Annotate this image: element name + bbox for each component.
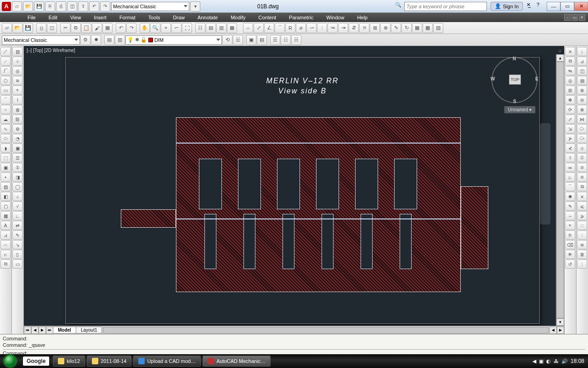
design-center-icon[interactable]: ▤ [206,23,216,33]
m2-2-icon[interactable]: ⊿ [577,57,587,66]
m2-17-icon[interactable]: ⩽ [577,201,587,211]
dim-jogged-icon[interactable]: ⤻ [306,23,317,33]
zoom-window-icon[interactable]: ⌖ [161,23,171,33]
qat-save-icon[interactable]: 💾 [34,1,44,12]
m2-18-icon[interactable]: ⩾ [577,211,587,220]
mirror-icon[interactable]: ⇋ [565,66,575,75]
dim-update-icon[interactable]: ↻ [401,23,412,33]
gradient-icon[interactable]: ◧ [0,192,11,201]
tab-model[interactable]: Model [53,327,76,334]
stretch-icon[interactable]: ⇲ [565,124,575,133]
m2-19-icon[interactable]: ∷ [577,221,587,230]
mech-surf-icon[interactable]: √ [12,201,23,211]
menu-parametric[interactable]: Parametric [283,14,320,21]
mech-detail-icon[interactable]: ◯ [12,182,23,191]
zoom-realtime-icon[interactable]: 🔍 [150,23,160,33]
poweredit-icon[interactable]: ✎ [565,201,575,211]
help-icon[interactable]: ? [537,2,547,11]
start-button[interactable] [0,354,20,368]
addtool3-icon[interactable]: ⎌ [0,250,11,259]
layer-previous-icon[interactable]: ⟲ [222,35,232,45]
view-cube-face[interactable]: TOP [509,75,521,85]
powercopy-icon[interactable]: ⎘ [565,230,575,240]
redo-icon[interactable]: ↷ [126,23,136,33]
dim-arc-icon[interactable]: ⌒ [275,23,285,33]
tab-next-icon[interactable]: ▶ [39,327,46,334]
m2-1-icon[interactable]: ⟊ [577,47,587,56]
m2-7-icon[interactable]: ⊗ [577,105,587,114]
region-icon[interactable]: ▢ [0,201,11,211]
powerview-icon[interactable]: 👁 [565,250,575,259]
viewcube-east[interactable]: E [535,76,538,81]
mech-section-icon[interactable]: ◨ [12,172,23,182]
menu-edit[interactable]: Edit [42,14,64,21]
addtool4-icon[interactable]: ⧉ [0,259,11,269]
tray-app2-icon[interactable]: ◐ [546,358,551,364]
m2-11-icon[interactable]: ⦶ [577,144,587,153]
qat-undo-icon[interactable]: ↶ [89,1,99,12]
paste-icon[interactable]: 📋 [81,23,91,33]
model-space[interactable]: MERLIN V–12 RR View side B [24,54,556,326]
mech-centerline-icon[interactable]: ⊹ [12,57,23,66]
mech-leader-icon[interactable]: ↘ [12,240,23,249]
dim-linear-icon[interactable]: ↔ [243,23,253,33]
m2-10-icon[interactable]: ⧃ [577,134,587,143]
m2-3-icon[interactable]: ◫ [577,66,587,75]
mech-cam-icon[interactable]: ◔ [12,134,23,143]
home-icon[interactable]: ⌂ [559,48,561,53]
addtool1-icon[interactable]: ⊿ [0,230,11,240]
menu-file[interactable]: File [21,14,42,21]
blockedit-icon[interactable]: ▦ [102,23,113,33]
view-mgr-icon[interactable]: ☰ [270,35,280,45]
open-icon[interactable]: 📂 [12,23,23,33]
xline-icon[interactable]: ⟋ [0,57,11,66]
center-mark-icon[interactable]: ⊕ [380,23,390,33]
m2-6-icon[interactable]: ⊖ [577,95,587,104]
extend-icon[interactable]: ⊀ [565,144,575,153]
dim-angular-icon[interactable]: ∠ [264,23,274,33]
addtool2-icon[interactable]: ⌓ [0,240,11,249]
m2-9-icon[interactable]: ⧂ [577,124,587,133]
m2-12-icon[interactable]: ⦷ [577,153,587,162]
exchange-icon[interactable]: ✕̲ [526,2,537,11]
tray-expand-icon[interactable]: ◀ [532,358,536,364]
array-icon[interactable]: ⊞ [565,86,575,95]
scale-icon[interactable]: ⤢ [565,115,575,124]
tool-palette-icon[interactable]: ▥ [216,23,226,33]
m2-8-icon[interactable]: ⋈ [577,115,587,124]
mech-bearing-icon[interactable]: ◍ [12,105,23,114]
mech-fcf-icon[interactable]: ▭ [12,259,23,269]
qat-new-icon[interactable]: ▱ [12,1,22,12]
offset-icon[interactable]: ◎ [565,76,575,85]
preview-icon[interactable]: ◫ [47,23,57,33]
menu-modify[interactable]: Modify [224,14,252,21]
m2-4-icon[interactable]: ▤ [577,76,587,85]
constraint1-icon[interactable]: ▣ [246,35,256,45]
system-tray[interactable]: ◀ ▣ ◐ 🖧 🔊 18:08 [529,358,588,364]
powerdim-icon[interactable]: ↔ [565,211,575,220]
dim-override-icon[interactable]: ▧ [433,23,443,33]
tray-app1-icon[interactable]: ▣ [539,358,543,364]
m2-22-icon[interactable]: ≣ [577,250,587,259]
viewcube-west[interactable]: W [491,76,495,81]
print-icon[interactable]: ⎙ [36,23,46,33]
break-icon[interactable]: ⦀ [565,153,575,162]
close-button[interactable]: ✕ [574,2,588,11]
menu-annotate[interactable]: Annotate [191,14,224,21]
google-deskbar[interactable]: Google [23,356,49,366]
dim-break-icon[interactable]: ⤲ [359,23,369,33]
hatch-icon[interactable]: ▨ [0,182,11,191]
join-icon[interactable]: ⫘ [565,163,575,172]
viewcube-north[interactable]: N [513,56,516,61]
table-icon[interactable]: ▦ [0,211,11,220]
powersnap-icon[interactable]: ⌖ [565,221,575,230]
save-icon[interactable]: 💾 [23,23,33,33]
menu-draw[interactable]: Draw [166,14,191,21]
view-detail-icon[interactable]: ☵ [291,35,301,45]
sheet-set-icon[interactable]: ▦ [227,23,237,33]
dim-diameter-icon[interactable]: ⌀ [296,23,306,33]
workspace-dropdown-qat[interactable]: Mechanical Classic [111,2,189,11]
m2-20-icon[interactable]: ∶ [577,230,587,240]
task-kilo12[interactable]: kilo12 [53,356,85,367]
mech-note-icon[interactable]: ✎ [12,230,23,240]
